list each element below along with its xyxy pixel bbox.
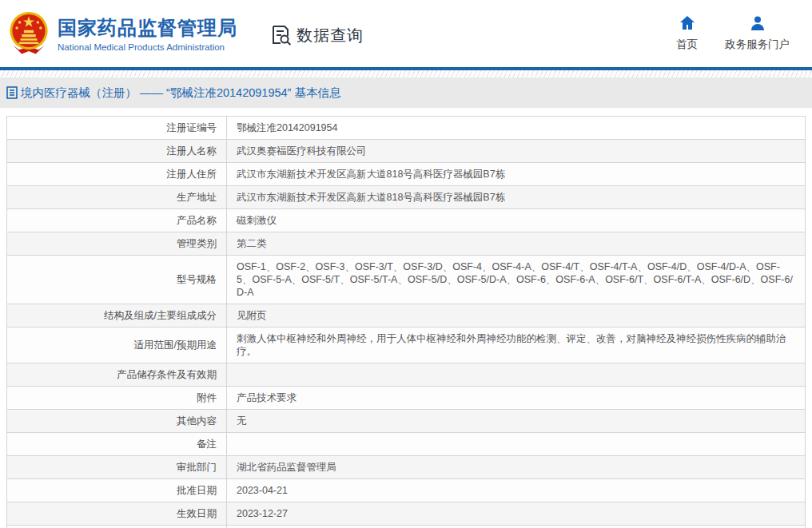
row-value: 武汉市东湖新技术开发区高新大道818号高科医疗器械园B7栋 <box>227 163 806 186</box>
table-row: 结构及组成/主要组成成分见附页 <box>7 304 806 328</box>
row-label: 生效日期 <box>7 502 227 526</box>
national-emblem-icon <box>6 10 51 57</box>
home-icon <box>679 15 695 31</box>
row-label: 注册证编号 <box>7 117 227 140</box>
row-value: 2023-12-27 <box>227 502 806 526</box>
nav-home[interactable]: 首页 <box>676 15 698 52</box>
site-title: 国家药品监督管理局 <box>58 16 237 40</box>
table-row: 审批部门湖北省药品监督管理局 <box>7 456 806 479</box>
info-table: 注册证编号鄂械注准20142091954注册人名称武汉奥赛福医疗科技有限公司注册… <box>6 116 806 528</box>
table-row: 注册人住所武汉市东湖新技术开发区高新大道818号高科医疗器械园B7栋 <box>7 163 806 186</box>
nav-gov-portal-label: 政务服务门户 <box>725 38 790 52</box>
info-table-body: 注册证编号鄂械注准20142091954注册人名称武汉奥赛福医疗科技有限公司注册… <box>7 117 806 528</box>
row-value: OSF-1、OSF-2、OSF-3、OSF-3/T、OSF-3/D、OSF-4、… <box>227 256 806 304</box>
site-subtitle: National Medical Products Administration <box>58 42 237 52</box>
document-search-icon <box>271 25 292 46</box>
nav-home-label: 首页 <box>676 38 698 52</box>
row-value <box>227 363 806 387</box>
row-label: 有效期至 <box>7 526 227 528</box>
table-row: 批准日期2023-04-21 <box>7 479 806 502</box>
row-value <box>227 433 806 456</box>
table-row: 有效期至2028-12-26 <box>7 526 806 528</box>
row-value: 无 <box>227 410 806 433</box>
row-value: 武汉市东湖新技术开发区高新大道818号高科医疗器械园B7栋 <box>227 186 806 209</box>
row-value: 产品技术要求 <box>227 387 806 410</box>
row-value: 磁刺激仪 <box>227 209 806 232</box>
row-label: 注册人住所 <box>7 163 227 186</box>
data-query-label: 数据查询 <box>297 25 364 46</box>
table-row: 备注 <box>7 433 806 456</box>
row-value: 刺激人体中枢神经和外周神经，用于人体中枢神经和外周神经功能的检测、评定、改善，对… <box>227 328 806 363</box>
user-icon <box>750 15 766 31</box>
row-label: 生产地址 <box>7 186 227 209</box>
table-row: 产品名称磁刺激仪 <box>7 209 806 232</box>
table-row: 生效日期2023-12-27 <box>7 502 806 526</box>
row-label: 适用范围/预期用途 <box>7 328 227 363</box>
table-row: 其他内容无 <box>7 410 806 433</box>
row-value: 武汉奥赛福医疗科技有限公司 <box>227 140 806 163</box>
hatch-band <box>0 70 812 77</box>
row-label: 产品储存条件及有效期 <box>7 363 227 387</box>
row-label: 备注 <box>7 433 227 456</box>
row-label: 结构及组成/主要组成成分 <box>7 304 227 328</box>
page-header: 国家药品监督管理局 National Medical Products Admi… <box>0 0 812 67</box>
table-row: 注册人名称武汉奥赛福医疗科技有限公司 <box>7 140 806 163</box>
table-row: 注册证编号鄂械注准20142091954 <box>7 117 806 140</box>
row-value: 2023-04-21 <box>227 479 806 502</box>
row-label: 审批部门 <box>7 456 227 479</box>
breadcrumb: 境内医疗器械（注册） —— “鄂械注准20142091954” 基本信息 <box>0 77 812 108</box>
table-row: 附件产品技术要求 <box>7 387 806 410</box>
row-label: 管理类别 <box>7 232 227 256</box>
main-content: 注册证编号鄂械注准20142091954注册人名称武汉奥赛福医疗科技有限公司注册… <box>0 108 812 528</box>
table-row: 型号规格OSF-1、OSF-2、OSF-3、OSF-3/T、OSF-3/D、OS… <box>7 256 806 304</box>
row-value: 第二类 <box>227 232 806 256</box>
row-label: 型号规格 <box>7 256 227 304</box>
table-row: 适用范围/预期用途刺激人体中枢神经和外周神经，用于人体中枢神经和外周神经功能的检… <box>7 328 806 363</box>
row-value: 2028-12-26 <box>227 526 806 528</box>
row-label: 其他内容 <box>7 410 227 433</box>
row-value: 湖北省药品监督管理局 <box>227 456 806 479</box>
row-value: 见附页 <box>227 304 806 328</box>
breadcrumb-text: 境内医疗器械（注册） —— “鄂械注准20142091954” 基本信息 <box>21 85 340 101</box>
document-icon <box>6 86 18 99</box>
data-query-section[interactable]: 数据查询 <box>271 25 364 46</box>
row-label: 附件 <box>7 387 227 410</box>
row-label: 产品名称 <box>7 209 227 232</box>
table-row: 生产地址武汉市东湖新技术开发区高新大道818号高科医疗器械园B7栋 <box>7 186 806 209</box>
nav-gov-portal[interactable]: 政务服务门户 <box>725 15 790 52</box>
row-value: 鄂械注准20142091954 <box>227 117 806 140</box>
row-label: 注册人名称 <box>7 140 227 163</box>
table-row: 产品储存条件及有效期 <box>7 363 806 387</box>
row-label: 批准日期 <box>7 479 227 502</box>
nmpa-logo[interactable]: 国家药品监督管理局 National Medical Products Admi… <box>6 10 237 57</box>
top-nav: 首页 政务服务门户 <box>676 15 790 52</box>
table-row: 管理类别第二类 <box>7 232 806 256</box>
